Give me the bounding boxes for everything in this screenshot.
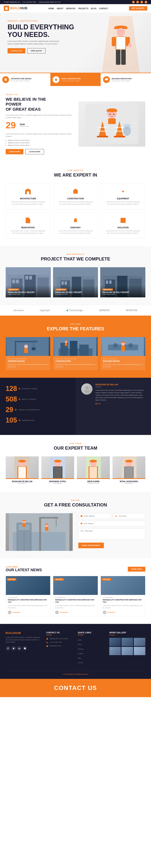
subject-field[interactable]	[78, 521, 145, 526]
dot-2[interactable]	[97, 403, 99, 404]
feature-card-repair[interactable]: Building Repair BUILDING REPAIR Lorem ip…	[101, 337, 145, 370]
footer-link-services[interactable]: Services	[78, 648, 84, 650]
fb-icon[interactable]: f	[132, 1, 135, 3]
svg-rect-122	[45, 527, 48, 531]
gallery-img-4[interactable]	[109, 647, 121, 655]
nav-services[interactable]: Services	[66, 7, 76, 9]
service-card-architecture[interactable]: Architecture Lorem ipsum dolor sit amet,…	[6, 183, 50, 209]
submit-button[interactable]: BOOK APPOINTMENT	[78, 542, 104, 548]
email-field[interactable]	[78, 513, 111, 519]
project-card-3[interactable]: Industrial RASALINA DE HOLY RESORT Lorem…	[100, 267, 145, 297]
svg-rect-112	[19, 532, 23, 551]
hero-free-button[interactable]: FREE QUOTE	[27, 48, 46, 54]
svg-rect-3	[6, 8, 7, 8]
email-input[interactable]	[84, 515, 109, 517]
form-row-2	[78, 521, 145, 526]
feature-title-1: INTERIOR DESIGN	[8, 360, 48, 362]
team-card-3[interactable]: ABUR KARIM Constructor	[77, 456, 110, 484]
team-card-1[interactable]: RASALINA DE MILLAN Architect	[6, 456, 39, 484]
footer-quicklinks-col: QUICK LINKS Home About Services Projects…	[78, 631, 105, 665]
footer: BUILDHUB Lorem ipsum dolor sit amet, con…	[0, 624, 151, 679]
gallery-img-6[interactable]	[134, 647, 145, 655]
more-news-button[interactable]: MORE NEWS	[128, 567, 145, 571]
news-card-1[interactable]: Explore 12 January 2023 HIGHQUALITY CONS…	[6, 576, 50, 616]
svg-rect-34	[108, 118, 116, 124]
footer-link-blog[interactable]: Blog	[78, 657, 81, 659]
hero-contact-button[interactable]: CONTACT US	[7, 48, 25, 54]
renov-icon	[24, 216, 32, 224]
message-textarea[interactable]	[78, 528, 145, 539]
dot-1[interactable]	[96, 403, 97, 404]
renov-svc-text: Lorem ipsum dolor sit amet, consectetur …	[9, 230, 46, 234]
service-card-isolation[interactable]: Isolation Lorem ipsum dolor sit amet, co…	[101, 212, 145, 238]
nav-projects[interactable]: Projects	[78, 7, 88, 9]
social-fb[interactable]	[6, 646, 10, 651]
svg-rect-68	[32, 347, 35, 350]
nav-about[interactable]: About	[57, 7, 64, 9]
team-title: OUR EXPERT TEAM	[6, 445, 145, 451]
tw-icon[interactable]: t	[136, 1, 139, 3]
svg-point-90	[18, 460, 26, 462]
gallery-img-2[interactable]	[122, 638, 133, 646]
logo-text: BUILDHUB	[10, 7, 28, 10]
ig-icon[interactable]: ig	[145, 1, 147, 3]
news-grid: Explore 12 January 2023 HIGHQUALITY CONS…	[6, 576, 145, 616]
news-card-3[interactable]: Explore 12 January 2023 HIGHQUALITY CONS…	[101, 576, 145, 616]
learn-more-button[interactable]: LEARN MORE	[25, 149, 44, 154]
footer-link-about[interactable]: About	[78, 644, 82, 645]
svg-rect-10	[116, 37, 125, 49]
feature-card-construction[interactable]: Feature Construction CONSTRUCTION Lorem …	[53, 337, 98, 370]
name-input[interactable]	[118, 515, 144, 517]
svg-rect-37	[75, 191, 76, 194]
svg-rect-0	[5, 7, 8, 10]
const-icon	[71, 187, 80, 195]
logo-sereno: SERENO	[99, 309, 110, 312]
subject-input[interactable]	[84, 523, 143, 525]
footer-link-contact[interactable]: Contact	[78, 662, 83, 663]
footer-link-home[interactable]: Home	[78, 639, 82, 641]
footer-quick-links: Home About Services Projects Blog Contac…	[78, 638, 105, 664]
nav-contact[interactable]: Contact	[99, 7, 108, 9]
about-title: WE BELIEVE IN THE POWER OF GREAT IDEAS	[6, 97, 58, 112]
project-card-2[interactable]: Commercial RASALINA DE HOLY RESORT Lorem…	[53, 267, 98, 297]
service-card-construction[interactable]: Construction Lorem ipsum dolor sit amet,…	[53, 183, 98, 209]
team-img-3	[77, 456, 110, 479]
service-card-sanitary[interactable]: Sanitary Lorem ipsum dolor sit amet, con…	[53, 212, 98, 238]
logo-icon	[4, 6, 9, 11]
gallery-img-3[interactable]	[134, 638, 145, 646]
team-label: Our Team	[6, 442, 145, 444]
gallery-img-5[interactable]	[122, 647, 133, 655]
social-tw[interactable]	[11, 646, 16, 651]
name-field[interactable]	[113, 513, 146, 519]
about-actions: KNOW MORE LEARN MORE	[6, 149, 73, 154]
logo-logotipo: logotipo	[40, 309, 50, 312]
li-icon[interactable]: in	[141, 1, 143, 3]
svg-rect-66	[15, 341, 37, 342]
project-card-1[interactable]: Residential RASALINA DE HOLY RESORT Lore…	[6, 267, 51, 297]
social-li[interactable]	[17, 646, 22, 651]
gallery-img-1[interactable]	[109, 638, 121, 646]
service-card-equipment[interactable]: Equipment Lorem ipsum dolor sit amet, co…	[101, 183, 145, 209]
about-illustration	[84, 102, 140, 146]
stat-row-4: 105 + Awards Won	[6, 417, 70, 424]
team-card-4[interactable]: INTIAL HOON BARU Designer	[112, 456, 146, 484]
team-card-2[interactable]: MOHAMAD SYRUL Engineer	[41, 456, 74, 484]
social-ig[interactable]	[23, 646, 27, 651]
feature-card-interior[interactable]: Feature Renovation INTERIOR DESIGN Lorem…	[6, 337, 50, 370]
services-grid: Architecture Lorem ipsum dolor sit amet,…	[6, 183, 145, 238]
nav-cta-button[interactable]: Get A Quote	[129, 6, 147, 10]
know-more-button[interactable]: KNOW MORE	[6, 149, 23, 154]
nav-home[interactable]: Home	[48, 7, 54, 9]
dot-3[interactable]	[99, 403, 100, 404]
service-card-renovation[interactable]: Renovation Lorem ipsum dolor sit amet, c…	[6, 212, 50, 238]
top-bar: E-Mail: hi@Build.com +44 123 456 7890 Ad…	[0, 0, 151, 4]
svg-point-77	[65, 340, 67, 341]
svg-rect-21	[98, 127, 107, 128]
logo[interactable]: BUILDHUB	[4, 6, 28, 11]
expert-title: WE ARE EXPERT IN	[6, 173, 145, 178]
footer-link-projects[interactable]: Projects	[78, 653, 83, 654]
nav-blog[interactable]: Blog	[91, 7, 97, 9]
sanit-icon	[71, 216, 80, 224]
about-text1: Lorem ipsum dolor sit amet, consectetur …	[6, 114, 73, 119]
news-card-2[interactable]: Explore 12 January 2023 HIGHQUALITY CONS…	[53, 576, 98, 616]
